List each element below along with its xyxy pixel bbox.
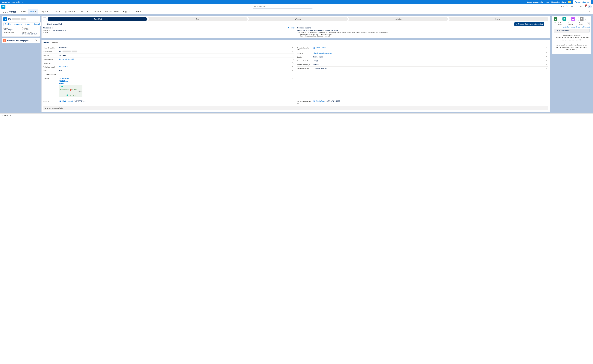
section-custom-links[interactable]: ⌄ Liens personnalisés	[43, 106, 548, 110]
path-collapse-button[interactable]: ⌄	[43, 17, 46, 21]
edit-field-button[interactable]: ✎	[546, 52, 548, 54]
new-task-dropdown[interactable]: ▾	[566, 17, 570, 21]
nav-item-rapports[interactable]: Rapports ▼	[121, 9, 133, 14]
edit-address-button[interactable]: ✎	[292, 78, 295, 79]
section-coordinates[interactable]: ⌄ Coordonnées	[43, 73, 548, 77]
map-pin-icon	[70, 89, 72, 92]
svg-rect-15	[564, 19, 565, 19]
edit-field-button[interactable]: ✎	[292, 66, 295, 68]
new-event-button[interactable]	[571, 17, 575, 21]
path-stage-working[interactable]: Working	[248, 17, 348, 21]
nav-item-devis[interactable]: Devis ▼	[133, 9, 143, 14]
expand-all-link[interactable]: Agrandir tout	[572, 26, 580, 28]
edit-field-button[interactable]: ✎	[546, 60, 548, 62]
phone-label[interactable]: Téléphone (2) ▾	[3, 31, 20, 33]
favorites-dropdown[interactable]: ▾	[563, 5, 565, 8]
svg-line-2	[255, 7, 256, 7]
convert-button[interactable]: Convertir	[32, 22, 42, 26]
todo-list-icon[interactable]: ☑	[2, 114, 3, 116]
field-value: 999 999	[313, 64, 545, 65]
map-marker-icon	[61, 86, 63, 87]
origin-value: Employee Referral	[53, 30, 66, 33]
trial-days-badge: 30	[568, 1, 571, 3]
new-task-button[interactable]	[562, 17, 566, 21]
edit-field-button[interactable]: ✎	[546, 64, 548, 65]
edit-field-button[interactable]: ✎	[292, 54, 295, 56]
tab-details[interactable]: Détails	[43, 40, 49, 45]
clone-button[interactable]: Cloner	[24, 22, 32, 26]
edit-button[interactable]: Modifier	[4, 22, 13, 26]
refresh-link[interactable]: Actualiser	[563, 26, 570, 28]
campaign-history-title[interactable]: Historique de la campagne (0)	[7, 40, 34, 42]
app-launcher-button[interactable]: ⋮⋮⋮	[1, 11, 9, 13]
log-call-button[interactable]	[554, 17, 557, 21]
nav-item-opportunités[interactable]: Opportunités ▼	[62, 9, 77, 14]
edit-field-button[interactable]: ✎	[292, 70, 295, 72]
field-value: TotalEnergies	[313, 56, 545, 58]
activity-settings-button[interactable]: ⚙	[587, 22, 590, 25]
nav-item-tableaux-de-bord[interactable]: Tableaux de bord ▼	[103, 9, 121, 14]
todo-list-link[interactable]: To Do List	[4, 114, 11, 116]
path-stage-unqualified[interactable]: Unqualified	[47, 17, 148, 21]
notifications-button[interactable]: 10	[584, 5, 587, 8]
title-value: VP Sales	[22, 29, 38, 31]
help-button[interactable]: ?	[575, 5, 578, 8]
edit-field-button[interactable]: ✎	[292, 58, 295, 60]
edit-field-button[interactable]: ✎	[546, 67, 548, 69]
field-label: Société	[297, 56, 312, 58]
buy-now-button[interactable]: Acheter maintenant	[573, 0, 591, 4]
search-input[interactable]	[257, 6, 311, 8]
company-label: Société	[3, 27, 20, 29]
favorites-button[interactable]: ★	[560, 5, 563, 8]
campaign-history-card: ◉ Historique de la campagne (0) ▾	[2, 38, 40, 43]
recommended-visits-link[interactable]: Vos visites recommandées ▾	[2, 1, 23, 3]
show-all-link[interactable]: Afficher tout	[582, 26, 590, 28]
email-value[interactable]: james.smith@total.fr	[22, 33, 37, 35]
chevron-down-icon: ▼	[47, 11, 48, 12]
field-label: Téléphone mobile	[43, 66, 59, 68]
global-create-button[interactable]: ＋	[566, 5, 569, 8]
user-avatar[interactable]	[588, 5, 592, 8]
edit-nav-button[interactable]: ✎	[588, 11, 592, 13]
app-logo[interactable]	[1, 5, 6, 9]
nav-item-prévisions[interactable]: Prévisions ▼	[90, 9, 103, 14]
chevron-down-icon: ⌄	[43, 74, 45, 76]
path-stage-new[interactable]: New	[148, 17, 248, 21]
nav-item-accueil[interactable]: Accueil	[19, 9, 28, 14]
new-event-dropdown[interactable]: ▾	[575, 17, 579, 21]
path-stage-nurturing[interactable]: Nurturing	[348, 17, 448, 21]
setup-gear-button[interactable]: ⚙	[579, 5, 582, 8]
address-value[interactable]: 29 Rue Keller 75011 Paris France Musée N…	[59, 78, 291, 97]
log-call-dropdown[interactable]: ▾	[557, 17, 561, 21]
footer-bar: ☑ To Do List	[0, 113, 593, 117]
chevron-down-icon: ▼	[74, 11, 75, 12]
nav-item-calendrier[interactable]: Calendrier ▼	[77, 9, 90, 14]
edit-field-button[interactable]: ✎	[292, 51, 295, 52]
tab-activity[interactable]: Activité	[52, 40, 59, 45]
email-dropdown[interactable]: ▾	[584, 17, 587, 21]
chevron-down-icon: ⌄	[45, 107, 46, 109]
global-search[interactable]	[253, 5, 313, 9]
nav-item-comptes[interactable]: Comptes ▼	[38, 9, 50, 14]
nav-item-pistes[interactable]: Pistes ▼	[28, 9, 38, 14]
edit-field-button[interactable]: ✎	[546, 56, 548, 58]
activity-filters: Filtres : Toutes les dates Toutes les ac…	[554, 22, 590, 25]
key-fields-edit-link[interactable]: Modifier	[288, 27, 295, 29]
map-thumbnail[interactable]: Musée National Picasso-Paris Place de la…	[59, 85, 82, 97]
edit-field-button[interactable]: ✎	[292, 62, 295, 64]
salesforce-help-icon[interactable]	[571, 5, 574, 8]
delete-button[interactable]: Supprimer	[13, 22, 24, 26]
leave-comment-link[interactable]: Laisser un commentaire	[527, 1, 545, 3]
field-value: Mr.	[59, 51, 291, 53]
user-avatar-icon: 👤	[59, 100, 61, 102]
mark-status-complete-button[interactable]: ✓ Marquer Statut comme terminé(e)	[514, 22, 544, 26]
edit-field-button[interactable]: ✎	[292, 47, 295, 49]
svg-point-9	[589, 6, 590, 6]
nav-item-contacts[interactable]: Contacts ▼	[50, 9, 62, 14]
upcoming-past-section[interactable]: ⌄ À venir et passés	[554, 29, 590, 33]
chevron-down-icon: ▼	[59, 11, 60, 12]
campaign-menu-button[interactable]: ▾	[35, 39, 38, 42]
change-owner-button[interactable]	[546, 47, 548, 49]
path-stage-converti[interactable]: Converti	[448, 17, 548, 21]
email-button[interactable]	[580, 17, 584, 21]
